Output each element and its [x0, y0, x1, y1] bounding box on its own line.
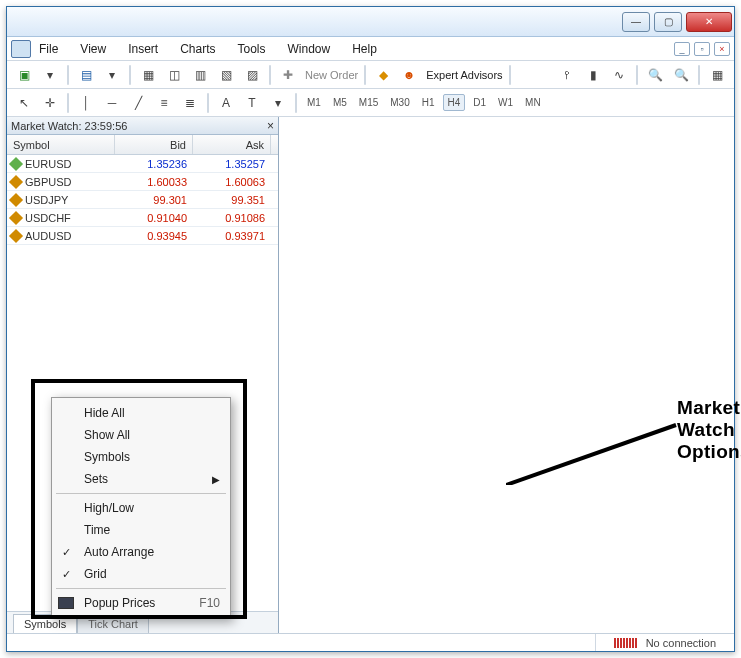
ask-value: 99.351 [193, 191, 271, 208]
navigate-icon[interactable]: ◫ [163, 64, 185, 86]
terminal-icon[interactable]: ▥ [189, 64, 211, 86]
col-symbol[interactable]: Symbol [7, 135, 115, 154]
tf-d1[interactable]: D1 [469, 95, 490, 110]
bid-value: 0.93945 [115, 227, 193, 244]
submenu-arrow-icon: ▶ [212, 474, 220, 485]
connection-bars-icon [614, 638, 638, 648]
new-chart-icon[interactable]: ▣ [13, 64, 35, 86]
mdi-restore-button[interactable]: ▫ [694, 42, 710, 56]
tf-m15[interactable]: M15 [355, 95, 382, 110]
separator [364, 65, 366, 85]
market-watch-row[interactable]: USDCHF0.910400.91086 [7, 209, 278, 227]
status-connection-label: No connection [646, 637, 716, 649]
tf-m5[interactable]: M5 [329, 95, 351, 110]
chevron-down-icon[interactable]: ▾ [267, 92, 289, 114]
vertical-line-icon[interactable]: │ [75, 92, 97, 114]
candlestick-icon[interactable]: ▮ [582, 64, 604, 86]
close-button[interactable]: ✕ [686, 12, 732, 32]
chevron-down-icon[interactable]: ▾ [39, 64, 61, 86]
direction-icon [9, 174, 23, 188]
strategy-tester-icon[interactable]: ▧ [215, 64, 237, 86]
body: Market Watch: 23:59:56 × Symbol Bid Ask … [7, 117, 734, 633]
menu-tools[interactable]: Tools [238, 42, 266, 56]
separator [509, 65, 511, 85]
separator [636, 65, 638, 85]
trend-line-icon[interactable]: ╱ [127, 92, 149, 114]
ctx-auto-arrange[interactable]: ✓Auto Arrange [52, 541, 230, 563]
menu-view[interactable]: View [80, 42, 106, 56]
menu-window[interactable]: Window [288, 42, 331, 56]
menu-help[interactable]: Help [352, 42, 377, 56]
line-chart-icon[interactable]: ∿ [608, 64, 630, 86]
context-menu: Hide All Show All Symbols Sets▶ High/Low… [51, 397, 231, 619]
ctx-separator [56, 493, 226, 494]
text-label-icon[interactable]: T [241, 92, 263, 114]
menu-charts[interactable]: Charts [180, 42, 215, 56]
menu-file[interactable]: File [39, 42, 58, 56]
ctx-symbols[interactable]: Symbols [52, 446, 230, 468]
mdi-minimize-button[interactable]: _ [674, 42, 690, 56]
market-watch-close-icon[interactable]: × [267, 119, 274, 133]
ctx-show-all[interactable]: Show All [52, 424, 230, 446]
ctx-popup-prices[interactable]: Popup PricesF10 [52, 592, 230, 614]
fibonacci-icon[interactable]: ≣ [179, 92, 201, 114]
bid-value: 1.60033 [115, 173, 193, 190]
market-watch-header: Symbol Bid Ask [7, 135, 278, 155]
separator [295, 93, 297, 113]
zoom-in-icon[interactable]: 🔍 [644, 64, 666, 86]
horizontal-line-icon[interactable]: ─ [101, 92, 123, 114]
direction-icon [9, 192, 23, 206]
ask-value: 0.91086 [193, 209, 271, 226]
zoom-out-icon[interactable]: 🔍 [670, 64, 692, 86]
data-window-icon[interactable]: ▨ [241, 64, 263, 86]
crosshair-icon[interactable]: ✛ [39, 92, 61, 114]
market-watch-rows: EURUSD1.352361.35257GBPUSD1.600331.60063… [7, 155, 278, 245]
mdi-close-button[interactable]: × [714, 42, 730, 56]
bar-chart-icon[interactable]: ⫯ [556, 64, 578, 86]
separator [207, 93, 209, 113]
chart-area[interactable]: Market Watch Options [279, 117, 734, 633]
ctx-high-low[interactable]: High/Low [52, 497, 230, 519]
direction-icon [9, 210, 23, 224]
new-order-label[interactable]: New Order [305, 69, 358, 81]
col-ask[interactable]: Ask [193, 135, 271, 154]
ctx-hide-all[interactable]: Hide All [52, 402, 230, 424]
menu-insert[interactable]: Insert [128, 42, 158, 56]
separator [67, 93, 69, 113]
channel-icon[interactable]: ≡ [153, 92, 175, 114]
chevron-down-icon[interactable]: ▾ [101, 64, 123, 86]
tf-m1[interactable]: M1 [303, 95, 325, 110]
symbol-label: EURUSD [25, 158, 71, 170]
expert-advisors-icon[interactable]: ☻ [398, 64, 420, 86]
tf-h1[interactable]: H1 [418, 95, 439, 110]
cursor-icon[interactable]: ↖ [13, 92, 35, 114]
direction-icon [9, 156, 23, 170]
status-connection: No connection [595, 634, 734, 651]
direction-icon [9, 228, 23, 242]
tile-windows-icon[interactable]: ▦ [706, 64, 728, 86]
minimize-button[interactable]: — [622, 12, 650, 32]
tf-m30[interactable]: M30 [386, 95, 413, 110]
ask-value: 1.35257 [193, 155, 271, 172]
toolbar-main: ▣ ▾ ▤ ▾ ▦ ◫ ▥ ▧ ▨ ✚ New Order ◆ ☻ Expert… [7, 61, 734, 89]
tf-mn[interactable]: MN [521, 95, 545, 110]
market-watch-row[interactable]: GBPUSD1.600331.60063 [7, 173, 278, 191]
tf-h4[interactable]: H4 [443, 94, 466, 111]
expert-advisors-label[interactable]: Expert Advisors [426, 69, 502, 81]
annotation-label: Market Watch Options [677, 397, 741, 463]
metaquotes-icon[interactable]: ◆ [372, 64, 394, 86]
market-watch-row[interactable]: AUDUSD0.939450.93971 [7, 227, 278, 245]
tf-w1[interactable]: W1 [494, 95, 517, 110]
col-bid[interactable]: Bid [115, 135, 193, 154]
market-watch-icon[interactable]: ▦ [137, 64, 159, 86]
maximize-button[interactable]: ▢ [654, 12, 682, 32]
text-tool-icon[interactable]: A [215, 92, 237, 114]
market-watch-row[interactable]: EURUSD1.352361.35257 [7, 155, 278, 173]
market-watch-row[interactable]: USDJPY99.30199.351 [7, 191, 278, 209]
separator [698, 65, 700, 85]
ctx-grid[interactable]: ✓Grid [52, 563, 230, 585]
profiles-icon[interactable]: ▤ [75, 64, 97, 86]
ctx-sets[interactable]: Sets▶ [52, 468, 230, 490]
new-order-icon[interactable]: ✚ [277, 64, 299, 86]
ctx-time[interactable]: Time [52, 519, 230, 541]
